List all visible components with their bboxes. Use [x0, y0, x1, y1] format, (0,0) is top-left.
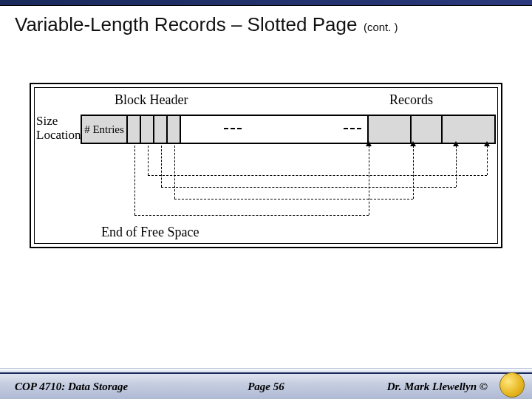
cell-slot-1 — [128, 116, 141, 143]
cell-slot-4 — [168, 116, 181, 143]
connector-line — [161, 146, 162, 187]
title-main: Variable-Length Records – Slotted Page — [15, 13, 357, 35]
label-size: Size — [36, 114, 58, 129]
top-border-bar — [0, 0, 532, 6]
label-location: Location — [36, 128, 81, 143]
slide-footer: COP 4710: Data Storage Page 56 Dr. Mark … — [0, 372, 532, 399]
slotted-bar: # Entries — [81, 115, 496, 144]
connector-line — [134, 215, 369, 216]
connector-line — [174, 199, 413, 200]
cell-record-2 — [412, 116, 443, 143]
free-space-tick-right — [344, 128, 361, 129]
label-block-header: Block Header — [115, 92, 188, 108]
title-cont: (cont. ) — [364, 21, 398, 33]
diagram-inner: Block Header Records Size Location Free … — [34, 87, 498, 244]
cell-record-1 — [369, 116, 412, 143]
footer-page: Page 56 — [177, 381, 355, 393]
cell-num-entries: # Entries — [82, 116, 128, 143]
cell-slot-2 — [141, 116, 154, 143]
cell-record-3 — [443, 116, 496, 143]
cell-free-space — [181, 116, 369, 143]
arrowhead-icon — [484, 141, 490, 146]
connector-line — [456, 146, 457, 187]
arrowhead-icon — [366, 141, 372, 146]
connector-line — [487, 146, 488, 175]
connector-line — [148, 146, 149, 175]
connector-line — [369, 146, 369, 215]
slide-title: Variable-Length Records – Slotted Page (… — [0, 6, 532, 39]
ucf-logo-icon — [499, 372, 525, 398]
label-end-free-space: End of Free Space — [101, 225, 199, 240]
footer-course: COP 4710: Data Storage — [0, 381, 177, 393]
diagram-frame: Block Header Records Size Location Free … — [30, 83, 502, 248]
free-space-tick-left — [224, 128, 242, 129]
label-records: Records — [389, 92, 433, 108]
arrowhead-icon — [453, 141, 459, 146]
connector-line — [413, 146, 414, 199]
connector-line — [148, 175, 487, 176]
connector-line — [134, 146, 135, 215]
cell-slot-3 — [154, 116, 168, 143]
connector-line — [161, 187, 456, 188]
connector-line — [174, 146, 175, 199]
arrowhead-icon — [410, 141, 416, 146]
